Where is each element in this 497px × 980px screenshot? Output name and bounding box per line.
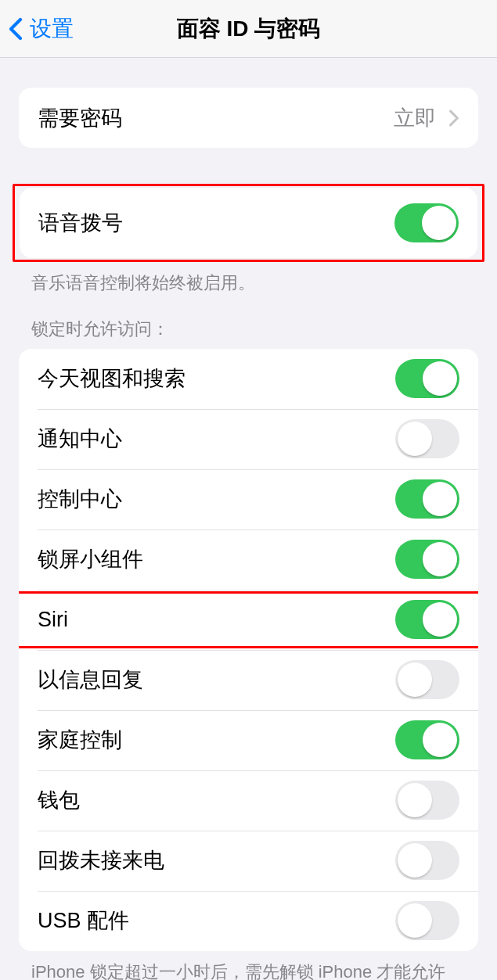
lock-widgets-row: 锁屏小组件 xyxy=(19,529,478,590)
notification-center-label: 通知中心 xyxy=(38,425,122,453)
usb-accessories-toggle[interactable] xyxy=(395,901,459,940)
today-view-row: 今天视图和搜索 xyxy=(19,349,478,409)
today-view-toggle[interactable] xyxy=(395,359,459,398)
home-control-toggle[interactable] xyxy=(395,720,459,759)
control-center-toggle[interactable] xyxy=(395,479,459,519)
return-calls-label: 回拨未接来电 xyxy=(38,846,164,874)
page-title: 面容 ID 与密码 xyxy=(177,14,321,44)
siri-label: Siri xyxy=(38,608,68,632)
voice-dial-label: 语音拨号 xyxy=(38,209,123,237)
usb-accessories-row: USB 配件 xyxy=(19,891,478,951)
lock-widgets-label: 锁屏小组件 xyxy=(38,545,143,573)
voice-dial-toggle[interactable] xyxy=(394,203,459,242)
usb-accessories-label: USB 配件 xyxy=(38,906,129,935)
wallet-toggle[interactable] xyxy=(395,781,459,820)
control-center-row: 控制中心 xyxy=(19,469,478,529)
reply-message-toggle[interactable] xyxy=(395,660,459,699)
home-control-label: 家庭控制 xyxy=(38,726,122,754)
wallet-label: 钱包 xyxy=(38,786,80,814)
voice-dial-highlight: 语音拨号 xyxy=(13,184,484,262)
chevron-left-icon xyxy=(8,17,23,41)
require-passcode-label: 需要密码 xyxy=(38,104,122,132)
voice-dial-group: 语音拨号 xyxy=(20,188,477,258)
lock-access-header: 锁定时允许访问： xyxy=(0,296,497,349)
navigation-bar: 设置 面容 ID 与密码 xyxy=(0,0,497,58)
notification-center-toggle[interactable] xyxy=(395,419,459,458)
control-center-label: 控制中心 xyxy=(38,485,122,513)
chevron-right-icon xyxy=(448,109,459,127)
back-label: 设置 xyxy=(30,14,74,44)
lock-widgets-toggle[interactable] xyxy=(395,540,459,579)
notification-center-row: 通知中心 xyxy=(19,409,478,469)
back-button[interactable]: 设置 xyxy=(8,14,74,44)
reply-message-label: 以信息回复 xyxy=(38,666,143,694)
lock-access-group: 今天视图和搜索 通知中心 控制中心 锁屏小组件 Siri 以信息回复 家庭控制 xyxy=(19,349,478,951)
require-passcode-row[interactable]: 需要密码 立即 xyxy=(19,88,478,148)
reply-message-row: 以信息回复 xyxy=(19,650,478,710)
voice-dial-footer: 音乐语音控制将始终被启用。 xyxy=(0,262,497,296)
require-passcode-group: 需要密码 立即 xyxy=(19,88,478,148)
require-passcode-value: 立即 xyxy=(394,104,459,132)
return-calls-toggle[interactable] xyxy=(395,841,459,880)
return-calls-row: 回拨未接来电 xyxy=(19,831,478,891)
siri-row: Siri xyxy=(19,590,478,650)
today-view-label: 今天视图和搜索 xyxy=(38,364,185,393)
voice-dial-row: 语音拨号 xyxy=(20,188,477,258)
wallet-row: 钱包 xyxy=(19,770,478,831)
home-control-row: 家庭控制 xyxy=(19,710,478,770)
usb-footer: iPhone 锁定超过一小时后，需先解锁 iPhone 才能允许 USB 配件连… xyxy=(0,951,497,980)
siri-toggle[interactable] xyxy=(395,600,459,639)
